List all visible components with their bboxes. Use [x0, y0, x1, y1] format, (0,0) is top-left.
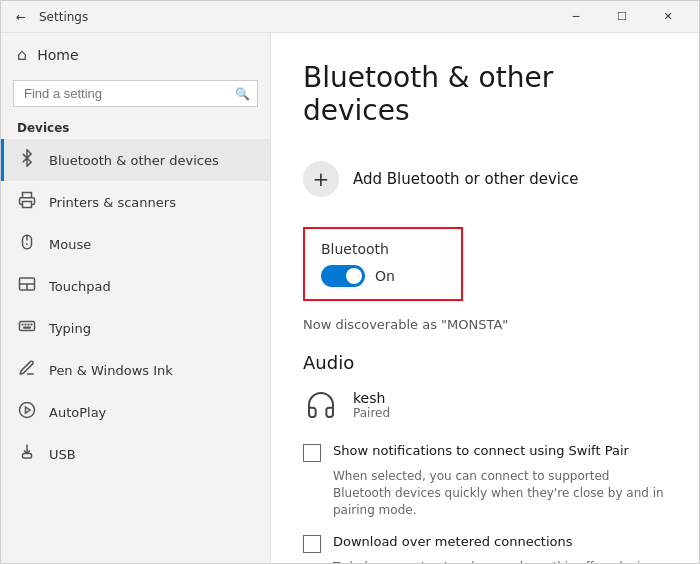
back-icon: ← — [16, 10, 26, 24]
autoplay-icon — [17, 401, 37, 423]
sidebar-item-bluetooth[interactable]: Bluetooth & other devices — [1, 139, 270, 181]
swift-pair-row: Show notifications to connect using Swif… — [303, 443, 667, 462]
metered-desc: To help prevent extra charges, keep this… — [333, 559, 667, 563]
swift-pair-checkbox[interactable] — [303, 444, 321, 462]
window-title: Settings — [39, 10, 88, 24]
sidebar-item-pen-label: Pen & Windows Ink — [49, 363, 173, 378]
audio-section-heading: Audio — [303, 352, 667, 373]
main-area: ⌂ Home 🔍 Devices Bluetooth & other devic… — [1, 33, 699, 563]
bluetooth-box: Bluetooth On — [303, 227, 463, 301]
add-device-button[interactable]: + Add Bluetooth or other device — [303, 151, 667, 207]
metered-label: Download over metered connections — [333, 534, 572, 549]
add-icon-circle: + — [303, 161, 339, 197]
sidebar-item-bluetooth-label: Bluetooth & other devices — [49, 153, 219, 168]
minimize-icon: ─ — [573, 10, 580, 23]
add-device-label: Add Bluetooth or other device — [353, 170, 579, 188]
page-title: Bluetooth & other devices — [303, 61, 667, 127]
svg-marker-14 — [26, 407, 31, 413]
sidebar-item-usb-label: USB — [49, 447, 76, 462]
usb-icon — [17, 443, 37, 465]
sidebar-item-mouse-label: Mouse — [49, 237, 91, 252]
close-button[interactable]: ✕ — [645, 1, 691, 33]
audio-device-status: Paired — [353, 406, 390, 420]
plus-icon: + — [313, 167, 330, 191]
headphone-icon — [303, 387, 339, 423]
audio-device-name: kesh — [353, 390, 390, 406]
bluetooth-toggle-row: On — [321, 265, 445, 287]
home-label: Home — [37, 47, 78, 63]
sidebar-item-autoplay[interactable]: AutoPlay — [1, 391, 270, 433]
back-button[interactable]: ← — [9, 5, 33, 29]
audio-info: kesh Paired — [353, 390, 390, 420]
bluetooth-toggle[interactable] — [321, 265, 365, 287]
discoverable-text: Now discoverable as "MONSTA" — [303, 317, 667, 332]
toggle-state-label: On — [375, 268, 395, 284]
mouse-icon — [17, 233, 37, 255]
sidebar-item-mouse[interactable]: Mouse — [1, 223, 270, 265]
titlebar: ← Settings ─ ☐ ✕ — [1, 1, 699, 33]
metered-row: Download over metered connections — [303, 534, 667, 553]
touchpad-icon — [17, 275, 37, 297]
maximize-icon: ☐ — [617, 10, 627, 23]
search-container: 🔍 — [13, 80, 258, 107]
sidebar-item-usb[interactable]: USB — [1, 433, 270, 475]
sidebar-item-autoplay-label: AutoPlay — [49, 405, 106, 420]
search-input[interactable] — [13, 80, 258, 107]
sidebar-section-title: Devices — [1, 115, 270, 139]
content-panel: Bluetooth & other devices + Add Bluetoot… — [271, 33, 699, 563]
sidebar-home[interactable]: ⌂ Home — [1, 33, 270, 76]
sidebar-item-typing[interactable]: Typing — [1, 307, 270, 349]
window-controls: ─ ☐ ✕ — [553, 1, 691, 33]
sidebar-item-touchpad-label: Touchpad — [49, 279, 111, 294]
bluetooth-icon — [17, 149, 37, 171]
settings-window: ← Settings ─ ☐ ✕ ⌂ Home 🔍 — [0, 0, 700, 564]
audio-device-row: kesh Paired — [303, 387, 667, 423]
typing-icon — [17, 317, 37, 339]
swift-pair-desc: When selected, you can connect to suppor… — [333, 468, 667, 518]
bluetooth-section-title: Bluetooth — [321, 241, 445, 257]
svg-rect-7 — [20, 322, 35, 331]
home-icon: ⌂ — [17, 45, 27, 64]
toggle-knob — [346, 268, 362, 284]
printers-icon — [17, 191, 37, 213]
metered-checkbox[interactable] — [303, 535, 321, 553]
sidebar-item-touchpad[interactable]: Touchpad — [1, 265, 270, 307]
sidebar-item-printers[interactable]: Printers & scanners — [1, 181, 270, 223]
maximize-button[interactable]: ☐ — [599, 1, 645, 33]
sidebar-item-typing-label: Typing — [49, 321, 91, 336]
minimize-button[interactable]: ─ — [553, 1, 599, 33]
sidebar-item-printers-label: Printers & scanners — [49, 195, 176, 210]
sidebar: ⌂ Home 🔍 Devices Bluetooth & other devic… — [1, 33, 271, 563]
svg-point-13 — [20, 403, 35, 418]
svg-rect-0 — [23, 202, 32, 208]
sidebar-item-pen[interactable]: Pen & Windows Ink — [1, 349, 270, 391]
search-icon: 🔍 — [235, 87, 250, 101]
swift-pair-label: Show notifications to connect using Swif… — [333, 443, 629, 458]
close-icon: ✕ — [663, 10, 672, 23]
pen-icon — [17, 359, 37, 381]
